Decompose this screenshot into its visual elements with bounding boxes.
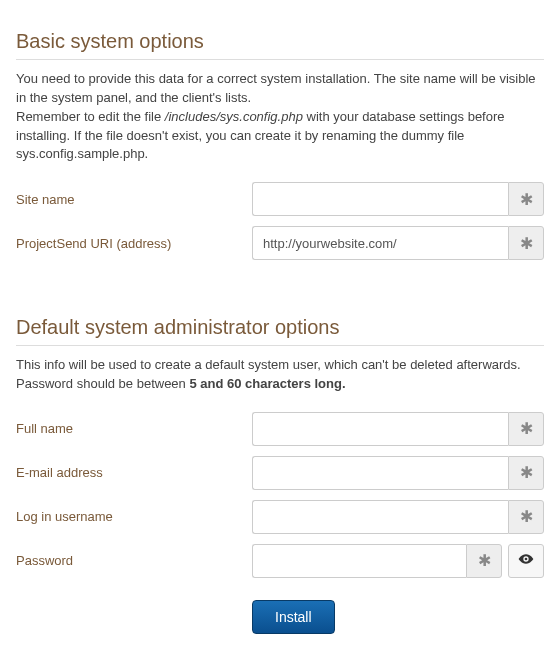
row-email: E-mail address ✱	[16, 456, 544, 490]
site-name-input[interactable]	[252, 182, 508, 216]
row-full-name: Full name ✱	[16, 412, 544, 446]
full-name-input[interactable]	[252, 412, 508, 446]
required-indicator: ✱	[508, 226, 544, 260]
required-indicator: ✱	[466, 544, 502, 578]
label-site-name: Site name	[16, 192, 252, 207]
eye-icon	[518, 551, 534, 570]
desc-text: You need to provide this data for a corr…	[16, 71, 536, 105]
required-indicator: ✱	[508, 412, 544, 446]
username-input[interactable]	[252, 500, 508, 534]
label-uri: ProjectSend URI (address)	[16, 236, 252, 251]
row-uri: ProjectSend URI (address) ✱	[16, 226, 544, 260]
row-password: Password ✱	[16, 544, 544, 578]
password-input[interactable]	[252, 544, 466, 578]
config-file-path: /includes/sys.config.php	[165, 109, 303, 124]
section-admin-title: Default system administrator options	[16, 316, 544, 346]
row-site-name: Site name ✱	[16, 182, 544, 216]
email-input[interactable]	[252, 456, 508, 490]
uri-input[interactable]	[252, 226, 508, 260]
required-indicator: ✱	[508, 456, 544, 490]
label-email: E-mail address	[16, 465, 252, 480]
section-basic-title: Basic system options	[16, 30, 544, 60]
label-password: Password	[16, 553, 252, 568]
desc-text: Remember to edit the file	[16, 109, 165, 124]
password-length-rule: 5 and 60 characters long.	[189, 376, 345, 391]
toggle-password-visibility-button[interactable]	[508, 544, 544, 578]
label-full-name: Full name	[16, 421, 252, 436]
required-indicator: ✱	[508, 500, 544, 534]
section-admin-desc: This info will be used to create a defau…	[16, 356, 544, 394]
row-username: Log in username ✱	[16, 500, 544, 534]
install-button[interactable]: Install	[252, 600, 335, 634]
section-basic-desc: You need to provide this data for a corr…	[16, 70, 544, 164]
label-username: Log in username	[16, 509, 252, 524]
required-indicator: ✱	[508, 182, 544, 216]
